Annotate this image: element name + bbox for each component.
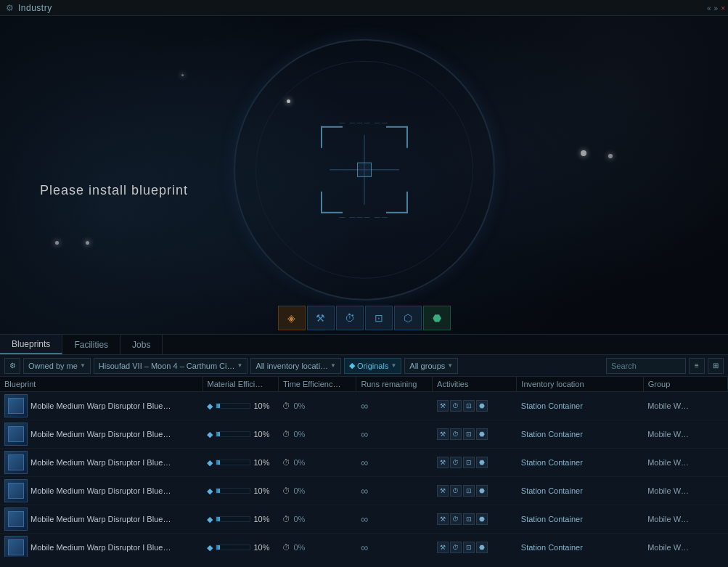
- diamond-icon: ◆: [207, 458, 213, 468]
- gear-icon[interactable]: ⚙: [6, 3, 14, 13]
- clock-icon: ⏱: [282, 486, 290, 495]
- expand-icon[interactable]: »: [714, 4, 719, 12]
- title-bar: ⚙ Industry « » ×: [0, 0, 728, 16]
- activity-icons: ⚒ ⏱ ⊡ ⬣: [437, 428, 512, 440]
- blueprint-name-cell: Mobile Medium Warp Disruptor I Blue…: [4, 451, 198, 474]
- blueprint-name: Mobile Medium Warp Disruptor I Blue…: [30, 486, 171, 495]
- me-bar-fill: [216, 432, 220, 436]
- group-text: Mobile W…: [647, 515, 689, 523]
- manufacturing-btn[interactable]: ⚒: [307, 306, 335, 330]
- type-filter[interactable]: ◆ Originals ▼: [344, 358, 401, 374]
- act-mfg: ⚒: [437, 542, 449, 553]
- act-sci: ⬣: [476, 457, 488, 468]
- blueprint-name-cell: Mobile Medium Warp Disruptor I Blue…: [4, 536, 198, 557]
- filter-bar: ⚙ Owned by me ▼ Hisoufad VII – Moon 4 – …: [0, 355, 728, 377]
- me-btn[interactable]: ⊡: [365, 306, 393, 330]
- blueprint-table: Blueprint Material Effici… Time Efficien…: [0, 377, 728, 557]
- te-value: 0%: [293, 430, 305, 438]
- table-row[interactable]: Mobile Medium Warp Disruptor I Blue… ◆ 1…: [0, 449, 728, 477]
- col-group[interactable]: Group: [643, 377, 727, 392]
- scroll-panel[interactable]: Blueprint Material Effici… Time Efficien…: [0, 377, 728, 557]
- act-me: ⊡: [463, 513, 475, 525]
- act-sci: ⬣: [476, 485, 488, 497]
- tab-blueprints[interactable]: Blueprints: [0, 335, 62, 354]
- table-row[interactable]: Mobile Medium Warp Disruptor I Blue… ◆ 1…: [0, 534, 728, 558]
- act-time: ⏱: [450, 457, 462, 468]
- act-me: ⊡: [463, 542, 475, 553]
- act-me: ⊡: [463, 457, 475, 468]
- col-me[interactable]: Material Effici…: [203, 377, 278, 392]
- table-row[interactable]: Mobile Medium Warp Disruptor I Blue… ◆ 1…: [0, 392, 728, 420]
- col-time[interactable]: Time Efficienc…: [278, 377, 356, 392]
- me-bar: [216, 488, 250, 494]
- me-bar-fill: [216, 545, 220, 550]
- owned-by-filter[interactable]: Owned by me ▼: [23, 358, 91, 374]
- me-bar-container: ◆ 10%: [207, 515, 274, 524]
- tab-facilities[interactable]: Facilities: [62, 335, 120, 354]
- col-activities[interactable]: Activities: [433, 377, 517, 392]
- te-bar-container: ⏱ 0%: [282, 401, 351, 410]
- center-reticle: [357, 163, 372, 177]
- star-6: [181, 74, 184, 76]
- location-filter[interactable]: Hisoufad VII – Moon 4 – Carthum Ci… ▼: [94, 358, 248, 374]
- col-location[interactable]: Inventory location: [517, 377, 643, 392]
- me-value: 10%: [253, 486, 274, 495]
- location-text: Station Container: [521, 401, 583, 410]
- close-icon[interactable]: ×: [721, 4, 725, 12]
- location-text: Station Container: [521, 430, 583, 438]
- te-btn[interactable]: ⏱: [336, 306, 364, 330]
- corner-br: [386, 192, 408, 213]
- type-icon: ◆: [349, 361, 355, 370]
- runs-value: ∞: [361, 400, 368, 412]
- blueprint-tool-btn[interactable]: ◈: [278, 306, 306, 330]
- diamond-icon: ◆: [207, 430, 213, 439]
- table-row[interactable]: Mobile Medium Warp Disruptor I Blue… ◆ 1…: [0, 420, 728, 449]
- blueprint-name-cell: Mobile Medium Warp Disruptor I Blue…: [4, 394, 198, 417]
- diamond-icon: ◆: [207, 515, 213, 524]
- group-text: Mobile W…: [647, 458, 689, 467]
- te-value: 0%: [293, 486, 305, 495]
- group-filter[interactable]: All groups ▼: [404, 358, 458, 374]
- blueprint-name: Mobile Medium Warp Disruptor I Blue…: [30, 430, 171, 438]
- invention-btn[interactable]: ⬡: [394, 306, 422, 330]
- group-text: Mobile W…: [647, 543, 689, 552]
- col-runs[interactable]: Runs remaining: [356, 377, 433, 392]
- te-bar-container: ⏱ 0%: [282, 430, 351, 438]
- act-mfg: ⚒: [437, 513, 449, 525]
- diamond-icon: ◆: [207, 486, 213, 496]
- me-value: 10%: [253, 458, 274, 467]
- list-view-btn[interactable]: ≡: [689, 358, 705, 374]
- act-time: ⏱: [450, 428, 462, 440]
- act-mfg: ⚒: [437, 457, 449, 468]
- table-row[interactable]: Mobile Medium Warp Disruptor I Blue… ◆ 1…: [0, 477, 728, 505]
- search-input[interactable]: [606, 358, 686, 374]
- table-row[interactable]: Mobile Medium Warp Disruptor I Blue… ◆ 1…: [0, 505, 728, 534]
- blueprint-icon: [4, 451, 28, 474]
- tab-jobs[interactable]: Jobs: [120, 335, 163, 354]
- te-bar-container: ⏱ 0%: [282, 543, 351, 552]
- group-text: Mobile W…: [647, 401, 689, 410]
- location-text: Station Container: [521, 515, 583, 523]
- crosshair-box: [321, 126, 408, 213]
- te-value: 0%: [293, 543, 305, 552]
- blueprint-name-cell: Mobile Medium Warp Disruptor I Blue…: [4, 507, 198, 531]
- te-bar-container: ⏱ 0%: [282, 458, 351, 467]
- me-value: 10%: [253, 401, 274, 410]
- col-blueprint[interactable]: Blueprint: [0, 377, 203, 392]
- act-mfg: ⚒: [437, 400, 449, 412]
- inv-location-filter[interactable]: All inventory locati… ▼: [250, 358, 341, 374]
- group-text: Mobile W…: [647, 486, 689, 495]
- grid-view-btn[interactable]: ⊞: [708, 358, 724, 374]
- activity-icons: ⚒ ⏱ ⊡ ⬣: [437, 513, 512, 525]
- blueprint-name-cell: Mobile Medium Warp Disruptor I Blue…: [4, 423, 198, 446]
- act-sci: ⬣: [476, 428, 488, 440]
- main-area: Please install blueprint — ——— —— — ——— …: [0, 16, 728, 334]
- science-btn[interactable]: ⬣: [423, 306, 451, 330]
- act-me: ⊡: [463, 400, 475, 412]
- diamond-icon: ◆: [207, 401, 213, 411]
- minimize-icon[interactable]: «: [707, 4, 711, 12]
- settings-filter-btn[interactable]: ⚙: [4, 358, 20, 374]
- act-mfg: ⚒: [437, 428, 449, 440]
- me-bar-fill: [216, 489, 220, 493]
- me-bar: [216, 403, 250, 409]
